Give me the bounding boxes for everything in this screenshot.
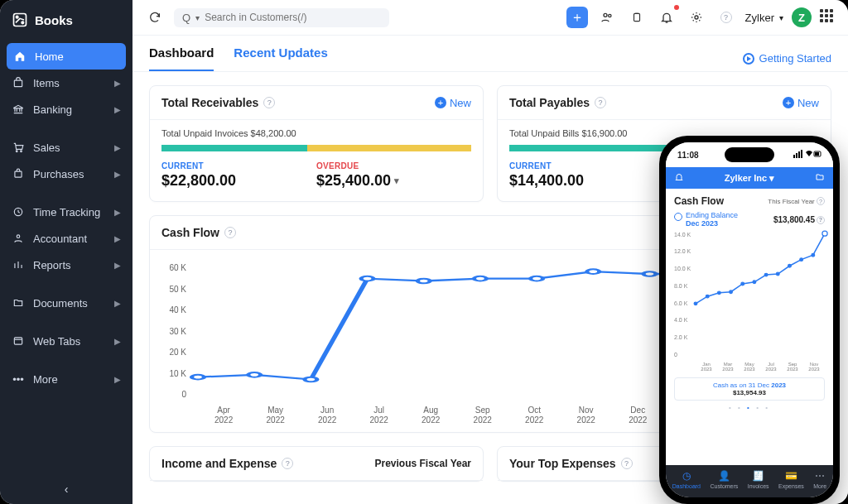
help-icon[interactable]: ? — [224, 227, 236, 238]
page-tabs: Dashboard Recent Updates Getting Started — [132, 36, 848, 72]
help-icon[interactable]: ? — [621, 458, 633, 469]
chevron-right-icon: ▶ — [114, 375, 121, 384]
payables-title: Total Payables — [509, 96, 590, 109]
svg-point-33 — [706, 295, 709, 298]
phone-nav-more[interactable]: ⋯More — [813, 470, 826, 489]
chevron-down-icon: ▾ — [769, 173, 774, 183]
getting-started-label: Getting Started — [759, 52, 831, 65]
help-button[interactable]: ? — [716, 7, 737, 28]
receivables-bar-overdue — [307, 145, 471, 151]
sidebar-item-banking[interactable]: Banking ▶ — [0, 96, 132, 122]
users-button[interactable] — [596, 7, 618, 28]
svg-rect-26 — [793, 155, 795, 158]
web-tabs-icon — [12, 334, 25, 348]
svg-rect-28 — [798, 151, 800, 158]
chevron-right-icon: ▶ — [114, 170, 121, 179]
receivables-new-button[interactable]: + New — [435, 97, 471, 109]
users-icon — [600, 11, 614, 24]
person-icon: 👤 — [718, 470, 730, 482]
svg-point-42 — [812, 253, 815, 257]
new-label: New — [450, 97, 471, 109]
sidebar-item-label: Documents — [33, 297, 88, 310]
chevron-right-icon: ▶ — [114, 79, 121, 88]
plus-circle-icon: + — [435, 97, 446, 108]
phone-plot — [696, 232, 825, 358]
svg-point-37 — [753, 281, 756, 284]
receivables-overdue-dropdown[interactable]: $25,400.00 ▾ — [316, 172, 471, 190]
items-icon — [12, 76, 25, 89]
svg-point-10 — [604, 13, 607, 17]
payables-new-button[interactable]: + New — [783, 97, 819, 109]
phone-nav-expenses[interactable]: 💳Expenses — [778, 470, 804, 489]
settings-button[interactable] — [686, 7, 707, 28]
phone-nav-dashboard[interactable]: ◷Dashboard — [672, 470, 701, 489]
documents-icon — [12, 296, 25, 310]
plus-circle-icon: + — [783, 97, 794, 108]
bell-icon — [660, 11, 673, 24]
announcements-button[interactable] — [626, 7, 648, 28]
more-icon: ••• — [12, 372, 25, 386]
reports-icon — [12, 258, 25, 271]
sidebar-item-documents[interactable]: Documents ▶ — [0, 290, 132, 316]
svg-rect-27 — [796, 153, 797, 158]
help-icon[interactable]: ? — [817, 216, 825, 224]
svg-rect-0 — [14, 14, 26, 26]
phone-body: Cash Flow This Fiscal Year ? Ending Bala… — [666, 189, 833, 465]
new-label: New — [797, 97, 819, 109]
sidebar-item-more[interactable]: ••• More ▶ — [0, 366, 132, 392]
svg-point-17 — [361, 276, 373, 281]
sidebar-item-web-tabs[interactable]: Web Tabs ▶ — [0, 328, 132, 354]
org-switcher[interactable]: Zylker ▾ — [745, 12, 783, 24]
sidebar-item-time-tracking[interactable]: Time Tracking ▶ — [0, 199, 132, 225]
sidebar-item-sales[interactable]: Sales ▶ — [0, 134, 132, 161]
tab-dashboard[interactable]: Dashboard — [149, 46, 214, 71]
circle-icon — [674, 213, 682, 221]
sidebar-item-reports[interactable]: Reports ▶ — [0, 252, 132, 278]
search-scope-dropdown-icon: ▾ — [195, 13, 200, 22]
topbar-right: ＋ ? Zylker ▾ Z — [566, 7, 836, 28]
svg-point-32 — [694, 302, 697, 305]
chevron-down-icon: ▾ — [394, 175, 399, 186]
phone-chart: 14.0 K12.0 K10.0 K8.0 K6.0 K4.0 K2.0 K0 … — [674, 232, 825, 372]
accountant-icon — [12, 232, 25, 245]
svg-point-36 — [741, 282, 744, 286]
quick-create-button[interactable]: ＋ — [566, 7, 588, 28]
svg-rect-6 — [15, 171, 22, 177]
help-icon: ? — [720, 12, 732, 23]
help-icon[interactable]: ? — [595, 97, 606, 108]
chevron-right-icon: ▶ — [114, 299, 121, 308]
income-expense-period[interactable]: Previous Fiscal Year — [374, 458, 471, 469]
phone-cashflow-title: Cash Flow This Fiscal Year ? — [674, 195, 825, 207]
phone-nav-customers[interactable]: 👤Customers — [711, 470, 739, 489]
sidebar-item-items[interactable]: Items ▶ — [0, 70, 132, 96]
tab-recent-updates[interactable]: Recent Updates — [234, 46, 327, 71]
search-input[interactable] — [205, 12, 381, 23]
help-icon: ? — [817, 197, 825, 205]
phone-folder-icon[interactable] — [815, 172, 825, 184]
help-icon[interactable]: ? — [282, 458, 293, 469]
getting-started-link[interactable]: Getting Started — [743, 52, 831, 65]
top-expenses-title: Your Top Expenses — [509, 457, 616, 470]
phone-ending-balance-value: $13,800.45 ? — [773, 215, 825, 224]
svg-rect-3 — [14, 80, 22, 87]
refresh-button[interactable] — [144, 7, 166, 28]
sidebar-item-purchases[interactable]: Purchases ▶ — [0, 161, 132, 187]
help-icon[interactable]: ? — [263, 97, 275, 108]
svg-point-15 — [248, 372, 261, 377]
phone-org-switcher[interactable]: Zylker Inc ▾ — [689, 173, 810, 184]
sidebar-item-home[interactable]: Home — [7, 43, 126, 70]
sidebar-item-accountant[interactable]: Accountant ▶ — [0, 225, 132, 252]
phone-bell-icon[interactable] — [674, 172, 684, 184]
phone-nav-invoices[interactable]: 🧾Invoices — [748, 470, 769, 489]
phone-ending-balance-period: Dec 2023 — [686, 220, 738, 228]
brand[interactable]: Books — [0, 0, 132, 43]
avatar[interactable]: Z — [792, 7, 812, 27]
notifications-button[interactable] — [656, 7, 677, 28]
apps-launcher[interactable] — [820, 9, 836, 26]
svg-point-22 — [643, 271, 656, 276]
phone-fiscal-selector[interactable]: This Fiscal Year ? — [768, 197, 825, 205]
sidebar-collapse[interactable]: ‹ — [0, 474, 132, 504]
phone-page-dots[interactable]: • • • • • — [674, 401, 825, 415]
search-container[interactable]: Q ▾ — [174, 8, 389, 27]
svg-point-41 — [800, 258, 803, 262]
